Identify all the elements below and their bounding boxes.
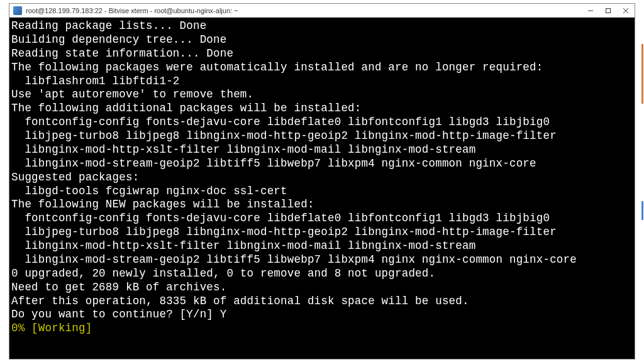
minimize-icon xyxy=(587,8,594,14)
close-icon xyxy=(623,8,629,14)
progress-line: 0% [Working] xyxy=(11,322,92,334)
edge-orange-accent xyxy=(641,44,643,104)
window-controls xyxy=(582,4,635,17)
terminal-output[interactable]: Reading package lists... Done Building d… xyxy=(9,18,635,359)
svg-rect-1 xyxy=(606,8,611,13)
maximize-button[interactable] xyxy=(599,4,617,17)
app-icon xyxy=(13,6,22,15)
window-title: root@128.199.79.183:22 - Bitvise xterm -… xyxy=(26,7,582,14)
close-button[interactable] xyxy=(617,4,635,17)
edge-blue-accent xyxy=(641,201,643,220)
terminal-window: root@128.199.79.183:22 - Bitvise xterm -… xyxy=(9,3,635,359)
minimize-button[interactable] xyxy=(582,4,599,17)
maximize-icon xyxy=(605,8,611,14)
right-edge-decor xyxy=(641,22,643,359)
title-bar[interactable]: root@128.199.79.183:22 - Bitvise xterm -… xyxy=(9,4,635,18)
